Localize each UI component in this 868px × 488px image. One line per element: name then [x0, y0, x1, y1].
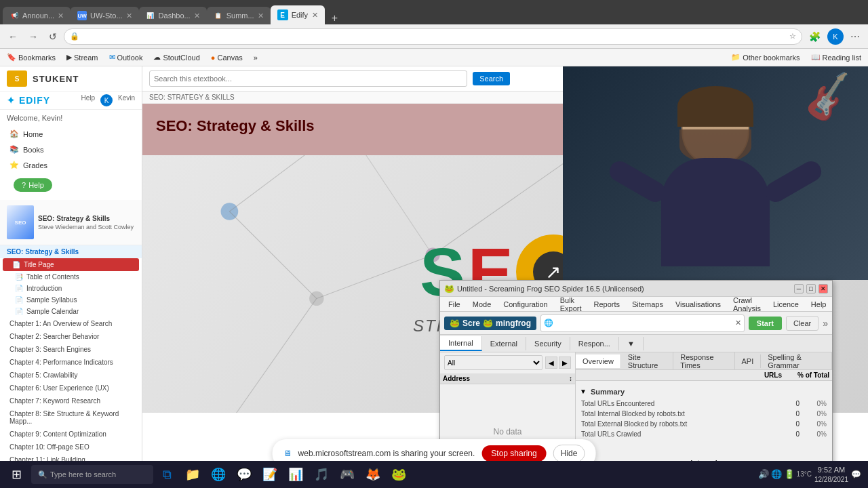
sf-maximize-button[interactable]: □	[806, 284, 816, 293]
taskbar-search-box[interactable]: 🔍 Type here to search	[31, 465, 153, 484]
tab-close-5-icon[interactable]: ✕	[312, 11, 318, 20]
taskbar-excel[interactable]: 📊	[283, 462, 308, 487]
account-button[interactable]: K	[827, 28, 844, 45]
network-icon[interactable]: 🌐	[771, 469, 782, 479]
chapter-4[interactable]: Chapter 4: Performance Indicators	[0, 356, 142, 369]
sidebar-item-intro[interactable]: 📄 Introduction	[0, 283, 142, 294]
taskbar-edge[interactable]: 🌐	[206, 462, 231, 487]
sf-tab-response[interactable]: Respon...	[570, 337, 619, 350]
search-button[interactable]: Search	[473, 72, 510, 85]
tab-dashboard[interactable]: 📊 Dashbo... ✕	[139, 7, 207, 24]
chapter-5[interactable]: Chapter 5: Crawlability	[0, 369, 142, 382]
bookmark-bookmarks[interactable]: 🔖 Bookmarks	[4, 52, 58, 63]
chapter-8[interactable]: Chapter 8: Site Structure & Keyword Mapp…	[0, 407, 142, 428]
refresh-button[interactable]: ↺	[45, 29, 61, 44]
sf-more-icon[interactable]: »	[823, 318, 828, 329]
sf-nav-next[interactable]: ▶	[559, 357, 571, 369]
sf-menu-mode[interactable]: Mode	[467, 299, 497, 310]
sf-menu-viz[interactable]: Visualisations	[670, 299, 726, 310]
tab-close-2-icon[interactable]: ✕	[126, 12, 132, 20]
sf-menu-help[interactable]: Help	[806, 299, 832, 310]
bookmark-stream[interactable]: ▶ Stream	[64, 52, 100, 63]
extensions-button[interactable]: 🧩	[805, 29, 825, 44]
tab-summary[interactable]: 📋 Summ... ✕	[207, 7, 271, 24]
sidebar-item-toc[interactable]: 📑 Table of Contents	[0, 271, 142, 283]
bookmark-canvas[interactable]: ● Canvas	[208, 52, 245, 63]
bookmark-star-icon[interactable]: ☆	[789, 32, 796, 41]
sidebar-item-syllabus[interactable]: 📄 Sample Syllabus	[0, 294, 142, 306]
taskbar-task-view[interactable]: ⧉	[155, 462, 179, 487]
chapter-9[interactable]: Chapter 9: Content Optimization	[0, 428, 142, 441]
sf-tab-security[interactable]: Security	[526, 337, 570, 350]
tab-close-3-icon[interactable]: ✕	[194, 12, 200, 20]
chapter-2[interactable]: Chapter 2: Searcher Behavior	[0, 330, 142, 343]
nav-grades[interactable]: ⭐ Grades	[0, 157, 142, 173]
chapter-10[interactable]: Chapter 10: Off-page SEO	[0, 441, 142, 453]
sf-menu-bulk-export[interactable]: Bulk Export	[555, 295, 587, 314]
chapter-3[interactable]: Chapter 3: Search Engines	[0, 343, 142, 356]
menu-button[interactable]: ⋯	[846, 29, 864, 44]
taskbar-teams[interactable]: 💬	[232, 462, 256, 487]
nav-books[interactable]: 📚 Books	[0, 142, 142, 157]
nav-home[interactable]: 🏠 Home	[0, 126, 142, 142]
tab-edify[interactable]: E Edify ✕	[271, 5, 325, 24]
tab-close-icon[interactable]: ✕	[58, 12, 64, 20]
bookmark-other[interactable]: 📁 Other bookmarks	[728, 52, 802, 63]
sf-right-tab-overview[interactable]: Overview	[576, 354, 621, 368]
bookmark-stoutcloud[interactable]: ☁ StoutCloud	[151, 52, 202, 63]
system-clock[interactable]: 9:52 AM 12/28/2021	[814, 465, 848, 483]
sf-right-tab-structure[interactable]: Site Structure	[621, 352, 673, 372]
hide-button[interactable]: Hide	[553, 445, 585, 462]
sf-url-input[interactable]: puttingupwith.kevinwtharp.com	[553, 315, 735, 331]
sidebar-item-title-page[interactable]: 📄 Title Page	[3, 258, 139, 271]
sf-start-button[interactable]: Start	[749, 317, 782, 330]
tab-close-4-icon[interactable]: ✕	[258, 12, 264, 20]
tab-uwsto[interactable]: UW UW-Sto... ✕	[71, 7, 138, 24]
taskbar-spotify[interactable]: 🎵	[309, 462, 334, 487]
volume-icon[interactable]: 🔊	[758, 469, 769, 479]
help-button[interactable]: ? Help	[14, 178, 52, 192]
user-avatar[interactable]: K	[100, 94, 113, 106]
bookmark-outlook[interactable]: ✉ Outlook	[106, 52, 146, 63]
back-button[interactable]: ←	[4, 29, 22, 44]
battery-icon[interactable]: 🔋	[784, 469, 795, 479]
sf-menu-licence[interactable]: Licence	[768, 299, 804, 310]
search-input[interactable]	[149, 70, 467, 87]
sf-menu-sitemaps[interactable]: Sitemaps	[627, 299, 669, 310]
sf-url-clear-icon[interactable]: ✕	[735, 319, 741, 327]
chapter-6[interactable]: Chapter 6: User Experience (UX)	[0, 382, 142, 394]
sf-menu-reports[interactable]: Reports	[589, 299, 626, 310]
address-input[interactable]: https://edify.stukent.com/app/publicatio…	[82, 33, 787, 41]
sf-filter-select[interactable]: All	[444, 355, 542, 370]
sf-menu-config[interactable]: Configuration	[498, 299, 553, 310]
sf-tab-internal[interactable]: Internal	[440, 336, 482, 351]
forward-button[interactable]: →	[24, 29, 42, 44]
sf-close-button[interactable]: ✕	[818, 284, 828, 293]
taskbar-firefox[interactable]: 🦊	[361, 462, 385, 487]
notification-icon[interactable]: 💬	[851, 470, 861, 479]
chapter-7[interactable]: Chapter 7: Keyword Research	[0, 394, 142, 407]
sf-summary-toggle[interactable]: ▼ Summary	[578, 384, 829, 399]
start-button[interactable]: ⊞	[3, 464, 30, 485]
new-tab-button[interactable]: +	[328, 12, 342, 24]
sf-menu-crawl[interactable]: Crawl Analysis	[728, 295, 766, 314]
sf-clear-button[interactable]: Clear	[786, 316, 818, 331]
sf-right-tab-api[interactable]: API	[735, 354, 762, 368]
bookmark-more[interactable]: »	[251, 52, 260, 63]
sf-tab-external[interactable]: External	[482, 337, 526, 350]
taskbar-word[interactable]: 📝	[258, 462, 282, 487]
sf-minimize-button[interactable]: ─	[794, 284, 804, 293]
help-link[interactable]: Help	[81, 94, 95, 106]
sf-tab-more[interactable]: ▼	[619, 337, 644, 350]
bookmark-reading-list[interactable]: 📖 Reading list	[808, 52, 864, 63]
address-bar[interactable]: 🔒 https://edify.stukent.com/app/publicat…	[64, 28, 802, 45]
taskbar-frog[interactable]: 🐸	[387, 462, 411, 487]
taskbar-file-explorer[interactable]: 📁	[180, 462, 205, 487]
sf-menu-file[interactable]: File	[443, 299, 466, 310]
sf-right-tab-spelling[interactable]: Spelling & Grammar	[761, 352, 832, 372]
tab-announce[interactable]: 📢 Announ... ✕	[3, 7, 71, 24]
stop-sharing-button[interactable]: Stop sharing	[481, 445, 546, 462]
taskbar-steam[interactable]: 🎮	[335, 462, 359, 487]
sf-nav-prev[interactable]: ◀	[545, 357, 557, 369]
chapter-1[interactable]: Chapter 1: An Overview of Search	[0, 317, 142, 330]
